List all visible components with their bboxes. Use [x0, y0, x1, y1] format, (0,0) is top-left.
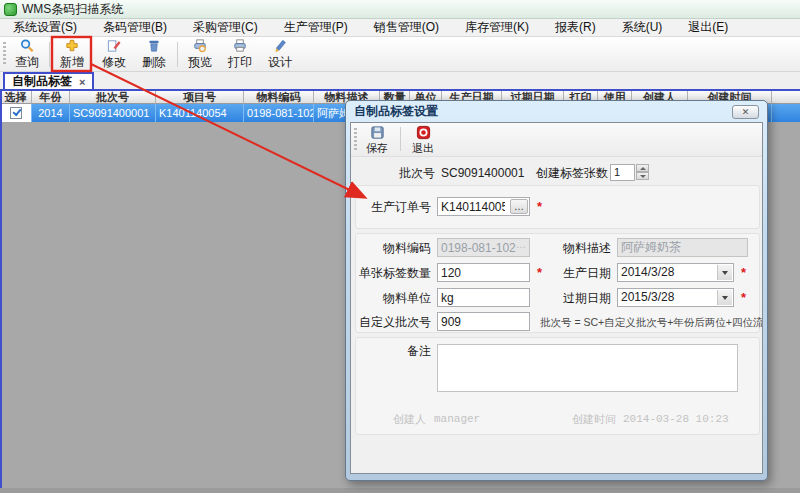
menu-item-purchase-mgmt[interactable]: 采购管理(C) [180, 18, 271, 37]
required-asterisk: * [741, 288, 746, 308]
window-bottom-edge [0, 488, 800, 493]
menu-item-system[interactable]: 系统(U) [609, 18, 676, 37]
prod-order-field: … [437, 197, 530, 216]
preview-button[interactable]: 预览 [181, 38, 219, 71]
exit-icon [416, 125, 431, 140]
dialog-titlebar[interactable]: 自制品标签设置 ✕ [350, 101, 763, 122]
tab-close-icon[interactable]: × [79, 76, 85, 88]
remark-label: 备注 [356, 341, 431, 361]
spinner-down-icon [640, 175, 646, 178]
col-year[interactable]: 年份 [32, 91, 70, 104]
label-settings-dialog: 自制品标签设置 ✕ 保存 退出 批次号 SC9091400001 创建标签张数 [345, 100, 768, 481]
trash-icon [146, 38, 162, 53]
material-code-label: 物料编码 [356, 238, 431, 258]
material-unit-input[interactable] [437, 288, 530, 307]
main-toolbar: 查询 新增 修改 删除 预览 打印 设计 [0, 37, 800, 72]
modify-button[interactable]: 修改 [95, 38, 133, 71]
add-icon [64, 38, 80, 53]
exp-date-label: 过期日期 [559, 288, 611, 308]
window-title: WMS条码扫描系统 [22, 1, 123, 18]
prod-date-combo[interactable]: 2014/3/28 [617, 263, 734, 282]
print-button[interactable]: 打印 [221, 38, 259, 71]
custom-batch-label: 自定义批次号 [356, 312, 431, 332]
label-copies-input[interactable]: 1 [610, 164, 635, 181]
col-material-code[interactable]: 物料编码 [244, 91, 314, 104]
dialog-close-button[interactable]: ✕ [732, 105, 759, 119]
combo-dropdown-button[interactable] [717, 265, 732, 280]
app-icon [4, 3, 17, 16]
col-batch-no[interactable]: 批次号 [70, 91, 156, 104]
dialog-title: 自制品标签设置 [354, 103, 438, 120]
save-button[interactable]: 保存 [360, 124, 394, 156]
query-button[interactable]: 查询 [8, 38, 46, 71]
label-copies-label: 创建标签张数 [501, 163, 608, 183]
tab-label: 自制品标签 [12, 73, 72, 90]
creator-value: manager [434, 412, 480, 426]
combo-dropdown-button[interactable] [717, 290, 732, 305]
toolbar-separator [49, 42, 50, 67]
material-desc-label: 物料描述 [559, 238, 611, 258]
col-project-no[interactable]: 项目号 [156, 91, 244, 104]
prod-order-input[interactable] [438, 198, 508, 215]
material-desc-input [617, 238, 748, 257]
creator-label: 创建人 [393, 412, 426, 426]
row-select-cell [0, 104, 32, 122]
tab-strip [0, 72, 800, 89]
browse-button[interactable]: … [510, 199, 528, 214]
cell-material-code: 0198-081-102 [244, 104, 314, 122]
custom-batch-input[interactable] [437, 312, 530, 331]
created-time-label: 创建时间 [572, 412, 616, 426]
dialog-toolbar-grip [354, 128, 357, 152]
exp-date-combo[interactable]: 2015/3/28 [617, 288, 734, 307]
remark-textarea[interactable] [437, 344, 738, 392]
batch-no-label: 批次号 [356, 163, 435, 183]
tabpage-left-border [0, 89, 2, 488]
tab-self-made-label[interactable]: 自制品标签 × [3, 72, 94, 91]
edit-icon [106, 38, 122, 53]
delete-button[interactable]: 删除 [135, 38, 173, 71]
required-asterisk: * [741, 263, 746, 283]
spinner-up-icon [640, 167, 646, 170]
col-filler [772, 91, 800, 104]
required-asterisk: * [537, 263, 542, 283]
batch-format-hint: 批次号 = SC+自定义批次号+年份后两位+四位流水号 [540, 312, 763, 332]
cell-project-no: K1401140054 [156, 104, 244, 122]
material-group: 物料编码 … 物料描述 单张标签数量 * 生产日期 2014/3/28 * 物料… [355, 233, 760, 333]
row-checkbox[interactable] [10, 107, 22, 119]
labels-per-sheet-input[interactable] [437, 263, 530, 282]
menu-item-inventory-mgmt[interactable]: 库存管理(K) [452, 18, 542, 37]
cell-batch-no: SC9091400001 [70, 104, 156, 122]
dialog-body: 保存 退出 批次号 SC9091400001 创建标签张数 1 生产订单号 [350, 122, 763, 474]
add-button[interactable]: 新增 [53, 38, 91, 71]
save-icon [370, 125, 385, 140]
application-window: WMS条码扫描系统 系统设置(S) 条码管理(B) 采购管理(C) 生产管理(P… [0, 0, 800, 493]
menu-item-exit[interactable]: 退出(E) [675, 18, 741, 37]
order-group: 生产订单号 … * [355, 185, 760, 229]
menu-item-sales-mgmt[interactable]: 销售管理(O) [361, 18, 452, 37]
dialog-toolbar-separator [400, 127, 401, 151]
cell-year: 2014 [32, 104, 70, 122]
toolbar-separator [177, 42, 178, 67]
design-button[interactable]: 设计 [261, 38, 299, 71]
col-select[interactable]: 选择 [0, 91, 32, 104]
dialog-toolbar: 保存 退出 [351, 123, 762, 157]
spinner-down-button[interactable] [636, 172, 649, 180]
material-unit-label: 物料单位 [356, 288, 431, 308]
menubar: 系统设置(S) 条码管理(B) 采购管理(C) 生产管理(P) 销售管理(O) … [0, 19, 800, 37]
chevron-down-icon [722, 296, 728, 300]
toolbar-grip [3, 42, 6, 66]
menu-item-system-settings[interactable]: 系统设置(S) [0, 18, 90, 37]
design-icon [272, 38, 288, 53]
remark-group: 备注 创建人 manager 创建时间 2014-03-28 10:23 [355, 337, 760, 435]
prod-date-label: 生产日期 [559, 263, 611, 283]
menu-item-barcode-mgmt[interactable]: 条码管理(B) [90, 18, 180, 37]
menu-item-reports[interactable]: 报表(R) [542, 18, 609, 37]
exit-button[interactable]: 退出 [406, 124, 440, 156]
prod-order-label: 生产订单号 [356, 197, 431, 217]
menu-item-production-mgmt[interactable]: 生产管理(P) [271, 18, 361, 37]
window-titlebar: WMS条码扫描系统 [0, 0, 800, 19]
required-asterisk: * [537, 197, 542, 217]
spinner-up-button[interactable] [636, 164, 649, 172]
labels-per-sheet-label: 单张标签数量 [356, 263, 431, 283]
chevron-down-icon [722, 271, 728, 275]
